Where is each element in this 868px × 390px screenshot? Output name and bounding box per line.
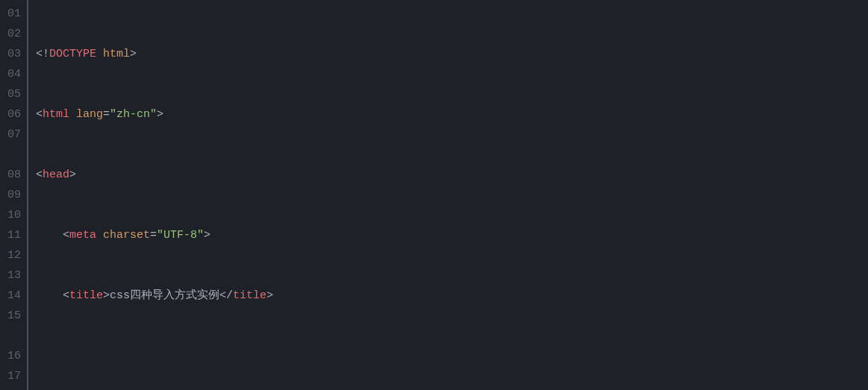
line-number-gutter: 01 02 03 04 05 06 07 08 09 10 11 12 13 1… <box>0 0 28 390</box>
code-line <box>36 346 868 366</box>
line-number: 16 <box>7 346 21 366</box>
line-number: 03 <box>7 44 21 64</box>
line-number: 15 <box>7 306 21 346</box>
line-number: 12 <box>7 245 21 265</box>
line-number: 08 <box>7 165 21 185</box>
line-number: 09 <box>7 185 21 205</box>
line-number: 06 <box>7 104 21 125</box>
code-line: <title>css四种导入方式实例</title> <box>36 286 868 306</box>
line-number: 04 <box>7 64 21 84</box>
code-line: <html lang="zh-cn"> <box>36 104 868 125</box>
line-number: 13 <box>7 265 21 286</box>
line-number: 05 <box>7 84 21 104</box>
line-number: 17 <box>7 366 21 386</box>
line-number: 07 <box>7 125 21 165</box>
code-editor: 01 02 03 04 05 06 07 08 09 10 11 12 13 1… <box>0 0 868 390</box>
code-area[interactable]: <!DOCTYPE html> <html lang="zh-cn"> <hea… <box>28 0 868 390</box>
line-number: 01 <box>7 4 21 24</box>
line-number: 10 <box>7 205 21 225</box>
code-line: <meta charset="UTF-8"> <box>36 225 868 245</box>
line-number: 02 <box>7 24 21 44</box>
line-number: 18 <box>7 386 21 390</box>
line-number: 14 <box>7 286 21 306</box>
code-line: <head> <box>36 165 868 185</box>
line-number: 11 <box>7 225 21 245</box>
code-line: <!DOCTYPE html> <box>36 44 868 64</box>
